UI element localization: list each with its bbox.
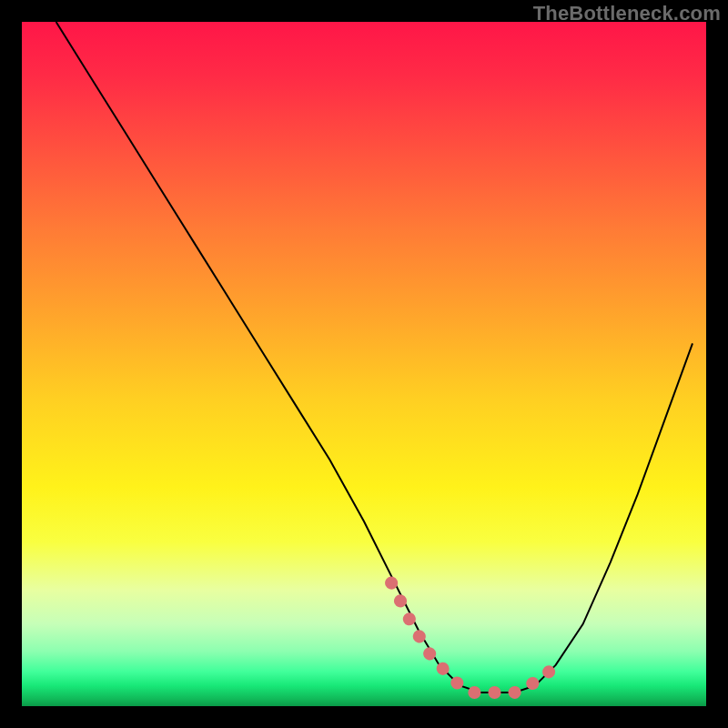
- chart-frame: TheBottleneck.com: [0, 0, 728, 728]
- curve-svg: [22, 22, 706, 706]
- near-optimum-dots: [391, 583, 555, 693]
- plot-area: [22, 22, 706, 706]
- bottleneck-curve: [56, 22, 693, 693]
